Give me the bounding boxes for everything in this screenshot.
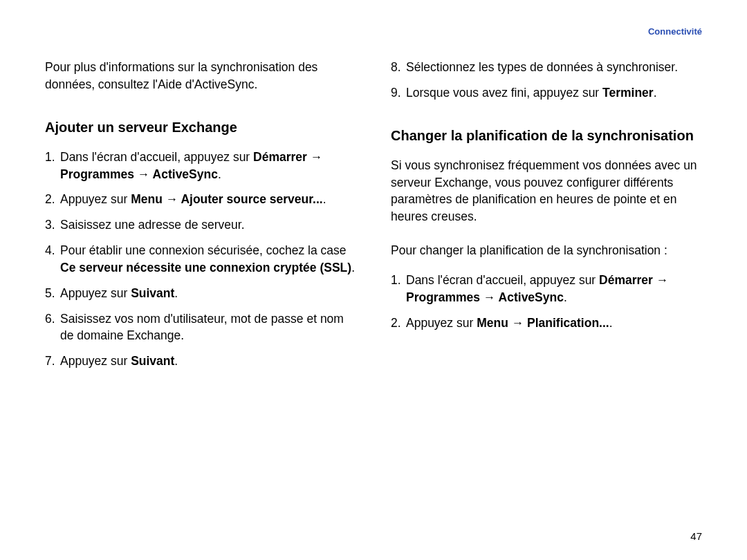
list-number: 2. — [45, 191, 60, 208]
list-number: 3. — [45, 216, 60, 234]
list-number: 6. — [45, 310, 60, 345]
list-text: Lorsque vous avez fini, appuyez sur Term… — [406, 84, 702, 102]
list-text: Appuyez sur Menu → Planification.... — [406, 315, 702, 332]
schedule-paragraph-1: Si vous synchronisez fréquemment vos don… — [391, 157, 702, 225]
list-number: 8. — [391, 59, 406, 76]
list-item: 4. Pour établir une connexion sécurisée,… — [45, 242, 356, 277]
list-text: Appuyez sur Suivant. — [60, 353, 356, 370]
list-item: 7. Appuyez sur Suivant. — [45, 353, 356, 370]
list-item: 2. Appuyez sur Menu → Ajouter source ser… — [45, 191, 356, 208]
list-item: 1. Dans l'écran d'accueil, appuyez sur D… — [391, 272, 702, 306]
page-number: 47 — [690, 530, 702, 542]
list-number: 5. — [45, 285, 60, 302]
list-item: 1. Dans l'écran d'accueil, appuyez sur D… — [45, 149, 356, 183]
page-content: Pour plus d'informations sur la synchron… — [45, 59, 702, 378]
list-item: 3. Saisissez une adresse de serveur. — [45, 216, 356, 234]
list-item: 8. Sélectionnez les types de données à s… — [391, 59, 702, 76]
list-number: 7. — [45, 353, 60, 370]
list-number: 2. — [391, 315, 406, 332]
heading-add-exchange: Ajouter un serveur Exchange — [45, 118, 356, 136]
list-text: Pour établir une connexion sécurisée, co… — [60, 242, 356, 277]
heading-change-schedule: Changer la planification de la synchroni… — [391, 127, 702, 144]
list-text: Sélectionnez les types de données à sync… — [406, 59, 702, 76]
list-text: Saisissez une adresse de serveur. — [60, 216, 356, 234]
list-item: 9. Lorsque vous avez fini, appuyez sur T… — [391, 84, 702, 102]
list-item: 5. Appuyez sur Suivant. — [45, 285, 356, 302]
list-text: Appuyez sur Suivant. — [60, 285, 356, 302]
list-text: Dans l'écran d'accueil, appuyez sur Déma… — [406, 272, 702, 306]
intro-paragraph: Pour plus d'informations sur la synchron… — [45, 59, 356, 93]
list-number: 9. — [391, 84, 406, 102]
list-number: 1. — [391, 272, 406, 306]
list-text: Saisissez vos nom d'utilisateur, mot de … — [60, 310, 356, 345]
right-column: 8. Sélectionnez les types de données à s… — [391, 59, 702, 378]
list-item: 2. Appuyez sur Menu → Planification.... — [391, 315, 702, 332]
list-number: 1. — [45, 149, 60, 183]
list-text: Appuyez sur Menu → Ajouter source serveu… — [60, 191, 356, 208]
list-text: Dans l'écran d'accueil, appuyez sur Déma… — [60, 149, 356, 183]
list-item: 6. Saisissez vos nom d'utilisateur, mot … — [45, 310, 356, 345]
section-header: Connectivité — [648, 26, 702, 37]
schedule-paragraph-2: Pour changer la planification de la sync… — [391, 242, 702, 259]
list-number: 4. — [45, 242, 60, 277]
left-column: Pour plus d'informations sur la synchron… — [45, 59, 356, 378]
